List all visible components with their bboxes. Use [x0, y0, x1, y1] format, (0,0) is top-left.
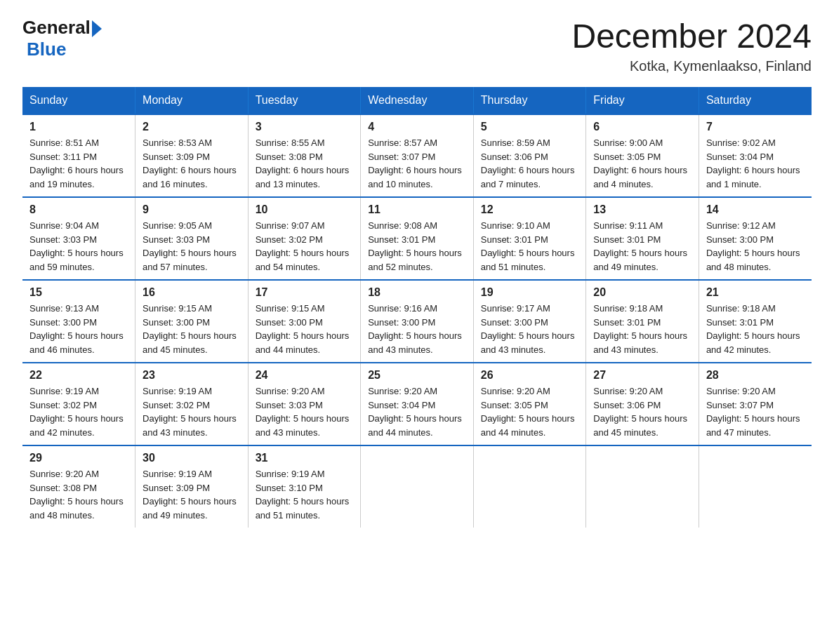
day-info: Sunrise: 9:08 AMSunset: 3:01 PMDaylight:…	[368, 219, 466, 274]
day-info: Sunrise: 9:07 AMSunset: 3:02 PMDaylight:…	[256, 219, 354, 274]
day-number: 6	[593, 121, 691, 133]
day-info: Sunrise: 8:57 AMSunset: 3:07 PMDaylight:…	[368, 136, 466, 191]
day-info: Sunrise: 9:20 AMSunset: 3:04 PMDaylight:…	[368, 384, 466, 439]
day-number: 24	[256, 369, 354, 382]
day-number: 8	[29, 203, 128, 216]
calendar-day-cell: 27Sunrise: 9:20 AMSunset: 3:06 PMDayligh…	[586, 363, 699, 445]
calendar-day-cell	[586, 445, 699, 528]
day-of-week-header: Saturday	[699, 87, 812, 114]
day-info: Sunrise: 9:19 AMSunset: 3:10 PMDaylight:…	[256, 467, 354, 522]
day-number: 16	[143, 286, 241, 299]
day-number: 27	[593, 369, 691, 382]
calendar-day-cell: 21Sunrise: 9:18 AMSunset: 3:01 PMDayligh…	[699, 280, 812, 363]
calendar-day-cell: 25Sunrise: 9:20 AMSunset: 3:04 PMDayligh…	[361, 363, 474, 445]
calendar-day-cell: 24Sunrise: 9:20 AMSunset: 3:03 PMDayligh…	[248, 363, 361, 445]
calendar-day-cell: 17Sunrise: 9:15 AMSunset: 3:00 PMDayligh…	[248, 280, 361, 363]
calendar-day-cell: 30Sunrise: 9:19 AMSunset: 3:09 PMDayligh…	[135, 445, 249, 528]
day-number: 22	[29, 369, 128, 382]
month-title: December 2024	[571, 17, 812, 55]
day-number: 26	[481, 369, 579, 382]
day-number: 7	[706, 121, 805, 133]
day-number: 23	[143, 369, 241, 382]
day-info: Sunrise: 8:53 AMSunset: 3:09 PMDaylight:…	[143, 136, 241, 191]
day-info: Sunrise: 9:10 AMSunset: 3:01 PMDaylight:…	[481, 219, 579, 274]
day-of-week-header: Monday	[135, 87, 249, 114]
calendar-header: SundayMondayTuesdayWednesdayThursdayFrid…	[22, 87, 812, 114]
calendar-day-cell: 12Sunrise: 9:10 AMSunset: 3:01 PMDayligh…	[473, 197, 586, 280]
calendar-day-cell: 6Sunrise: 9:00 AMSunset: 3:05 PMDaylight…	[586, 114, 699, 197]
calendar-day-cell: 8Sunrise: 9:04 AMSunset: 3:03 PMDaylight…	[22, 197, 135, 280]
calendar-day-cell: 4Sunrise: 8:57 AMSunset: 3:07 PMDaylight…	[361, 114, 474, 197]
day-number: 19	[481, 286, 579, 299]
calendar-day-cell	[699, 445, 812, 528]
day-number: 25	[368, 369, 466, 382]
day-number: 11	[368, 203, 466, 216]
day-info: Sunrise: 9:19 AMSunset: 3:09 PMDaylight:…	[143, 467, 241, 522]
day-of-week-header: Sunday	[22, 87, 135, 114]
calendar-day-cell: 3Sunrise: 8:55 AMSunset: 3:08 PMDaylight…	[248, 114, 361, 197]
day-info: Sunrise: 9:12 AMSunset: 3:00 PMDaylight:…	[706, 219, 805, 274]
day-info: Sunrise: 9:15 AMSunset: 3:00 PMDaylight:…	[256, 302, 354, 356]
title-area: December 2024 Kotka, Kymenlaakso, Finlan…	[571, 17, 812, 74]
calendar-day-cell: 18Sunrise: 9:16 AMSunset: 3:00 PMDayligh…	[361, 280, 474, 363]
logo-general-text: General	[22, 17, 91, 39]
day-number: 3	[256, 121, 354, 133]
calendar-day-cell: 23Sunrise: 9:19 AMSunset: 3:02 PMDayligh…	[135, 363, 249, 445]
logo-blue-text: Blue	[27, 39, 66, 60]
calendar-day-cell: 29Sunrise: 9:20 AMSunset: 3:08 PMDayligh…	[22, 445, 135, 528]
day-number: 29	[29, 452, 128, 464]
day-number: 31	[256, 452, 354, 464]
day-info: Sunrise: 9:13 AMSunset: 3:00 PMDaylight:…	[29, 302, 128, 356]
day-info: Sunrise: 9:04 AMSunset: 3:03 PMDaylight:…	[29, 219, 128, 274]
day-info: Sunrise: 9:02 AMSunset: 3:04 PMDaylight:…	[706, 136, 805, 191]
day-number: 17	[256, 286, 354, 299]
calendar-day-cell: 14Sunrise: 9:12 AMSunset: 3:00 PMDayligh…	[699, 197, 812, 280]
day-of-week-header: Wednesday	[361, 87, 474, 114]
calendar-table: SundayMondayTuesdayWednesdayThursdayFrid…	[22, 87, 812, 528]
header: General Blue December 2024 Kotka, Kymenl…	[22, 17, 812, 74]
day-info: Sunrise: 9:05 AMSunset: 3:03 PMDaylight:…	[143, 219, 241, 274]
day-number: 12	[481, 203, 579, 216]
calendar-day-cell: 19Sunrise: 9:17 AMSunset: 3:00 PMDayligh…	[473, 280, 586, 363]
day-of-week-header: Friday	[586, 87, 699, 114]
day-info: Sunrise: 8:55 AMSunset: 3:08 PMDaylight:…	[256, 136, 354, 191]
day-number: 13	[593, 203, 691, 216]
calendar-week-row: 29Sunrise: 9:20 AMSunset: 3:08 PMDayligh…	[22, 445, 812, 528]
calendar-day-cell: 22Sunrise: 9:19 AMSunset: 3:02 PMDayligh…	[22, 363, 135, 445]
day-number: 2	[143, 121, 241, 133]
calendar-day-cell: 16Sunrise: 9:15 AMSunset: 3:00 PMDayligh…	[135, 280, 249, 363]
header-row: SundayMondayTuesdayWednesdayThursdayFrid…	[22, 87, 812, 114]
day-info: Sunrise: 9:20 AMSunset: 3:05 PMDaylight:…	[481, 384, 579, 439]
day-number: 9	[143, 203, 241, 216]
location-title: Kotka, Kymenlaakso, Finland	[571, 58, 812, 74]
day-info: Sunrise: 9:16 AMSunset: 3:00 PMDaylight:…	[368, 302, 466, 356]
calendar-day-cell: 28Sunrise: 9:20 AMSunset: 3:07 PMDayligh…	[699, 363, 812, 445]
day-info: Sunrise: 9:00 AMSunset: 3:05 PMDaylight:…	[593, 136, 691, 191]
calendar-day-cell: 5Sunrise: 8:59 AMSunset: 3:06 PMDaylight…	[473, 114, 586, 197]
day-of-week-header: Thursday	[473, 87, 586, 114]
day-info: Sunrise: 8:59 AMSunset: 3:06 PMDaylight:…	[481, 136, 579, 191]
day-number: 4	[368, 121, 466, 133]
calendar-day-cell	[361, 445, 474, 528]
day-number: 28	[706, 369, 805, 382]
calendar-week-row: 8Sunrise: 9:04 AMSunset: 3:03 PMDaylight…	[22, 197, 812, 280]
day-number: 30	[143, 452, 241, 464]
day-number: 10	[256, 203, 354, 216]
day-number: 20	[593, 286, 691, 299]
day-info: Sunrise: 9:20 AMSunset: 3:06 PMDaylight:…	[593, 384, 691, 439]
day-info: Sunrise: 9:17 AMSunset: 3:00 PMDaylight:…	[481, 302, 579, 356]
calendar-day-cell: 10Sunrise: 9:07 AMSunset: 3:02 PMDayligh…	[248, 197, 361, 280]
day-number: 14	[706, 203, 805, 216]
calendar-day-cell: 2Sunrise: 8:53 AMSunset: 3:09 PMDaylight…	[135, 114, 249, 197]
day-number: 15	[29, 286, 128, 299]
day-info: Sunrise: 9:15 AMSunset: 3:00 PMDaylight:…	[143, 302, 241, 356]
logo-arrow-icon	[92, 20, 102, 37]
calendar-day-cell: 15Sunrise: 9:13 AMSunset: 3:00 PMDayligh…	[22, 280, 135, 363]
calendar-day-cell	[473, 445, 586, 528]
day-number: 18	[368, 286, 466, 299]
day-info: Sunrise: 9:20 AMSunset: 3:07 PMDaylight:…	[706, 384, 805, 439]
day-number: 1	[29, 121, 128, 133]
calendar-day-cell: 9Sunrise: 9:05 AMSunset: 3:03 PMDaylight…	[135, 197, 249, 280]
calendar-day-cell: 13Sunrise: 9:11 AMSunset: 3:01 PMDayligh…	[586, 197, 699, 280]
day-info: Sunrise: 9:20 AMSunset: 3:03 PMDaylight:…	[256, 384, 354, 439]
